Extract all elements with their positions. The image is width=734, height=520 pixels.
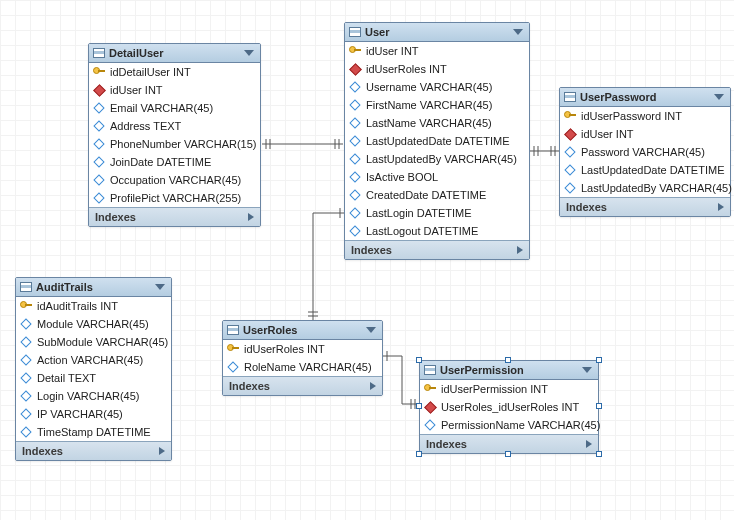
indexes-section[interactable]: Indexes: [345, 240, 529, 259]
column-label: JoinDate DATETIME: [110, 156, 211, 168]
column-row[interactable]: idDetailUser INT: [89, 63, 260, 81]
indexes-section[interactable]: Indexes: [16, 441, 171, 460]
column-row[interactable]: LastUpdatedDate DATETIME: [345, 132, 529, 150]
column-label: LastUpdatedDate DATETIME: [581, 164, 724, 176]
column-row[interactable]: IsActive BOOL: [345, 168, 529, 186]
column-row[interactable]: CreatedDate DATETIME: [345, 186, 529, 204]
entity-userpermission[interactable]: UserPermission idUserPermission INT User…: [419, 360, 599, 454]
entity-user[interactable]: User idUser INT idUserRoles INT Username…: [344, 22, 530, 260]
resize-handle[interactable]: [416, 451, 422, 457]
column-row[interactable]: TimeStamp DATETIME: [16, 423, 171, 441]
column-label: idAuditTrails INT: [37, 300, 118, 312]
resize-handle[interactable]: [505, 451, 511, 457]
entity-title: AuditTrails: [36, 281, 93, 293]
entity-detailuser[interactable]: DetailUser idDetailUser INT idUser INT E…: [88, 43, 261, 227]
indexes-label: Indexes: [229, 380, 270, 392]
column-row[interactable]: SubModule VARCHAR(45): [16, 333, 171, 351]
resize-handle[interactable]: [505, 357, 511, 363]
column-row[interactable]: idAuditTrails INT: [16, 297, 171, 315]
column-row[interactable]: Module VARCHAR(45): [16, 315, 171, 333]
column-row[interactable]: LastUpdatedDate DATETIME: [560, 161, 730, 179]
column-label: LastLogout DATETIME: [366, 225, 478, 237]
column-row[interactable]: idUser INT: [560, 125, 730, 143]
entity-userpassword[interactable]: UserPassword idUserPassword INT idUser I…: [559, 87, 731, 217]
column-icon: [93, 156, 105, 168]
entity-header[interactable]: User: [345, 23, 529, 42]
column-icon: [349, 225, 361, 237]
column-row[interactable]: idUserPermission INT: [420, 380, 598, 398]
column-icon: [349, 171, 361, 183]
column-row[interactable]: idUserRoles INT: [345, 60, 529, 78]
column-row[interactable]: LastLogin DATETIME: [345, 204, 529, 222]
column-row[interactable]: Occupation VARCHAR(45): [89, 171, 260, 189]
column-row[interactable]: idUser INT: [89, 81, 260, 99]
column-row[interactable]: RoleName VARCHAR(45): [223, 358, 382, 376]
indexes-section[interactable]: Indexes: [89, 207, 260, 226]
resize-handle[interactable]: [416, 357, 422, 363]
column-row[interactable]: Email VARCHAR(45): [89, 99, 260, 117]
column-row[interactable]: FirstName VARCHAR(45): [345, 96, 529, 114]
column-row[interactable]: Login VARCHAR(45): [16, 387, 171, 405]
column-row[interactable]: PermissionName VARCHAR(45): [420, 416, 598, 434]
column-row[interactable]: JoinDate DATETIME: [89, 153, 260, 171]
column-icon: [349, 117, 361, 129]
resize-handle[interactable]: [596, 403, 602, 409]
column-row[interactable]: Password VARCHAR(45): [560, 143, 730, 161]
resize-handle[interactable]: [416, 403, 422, 409]
column-row[interactable]: UserRoles_idUserRoles INT: [420, 398, 598, 416]
column-label: Email VARCHAR(45): [110, 102, 213, 114]
resize-handle[interactable]: [596, 451, 602, 457]
column-label: LastName VARCHAR(45): [366, 117, 492, 129]
entity-header[interactable]: AuditTrails: [16, 278, 171, 297]
column-row[interactable]: LastUpdatedBy VARCHAR(45): [560, 179, 730, 197]
column-row[interactable]: PhoneNumber VARCHAR(15): [89, 135, 260, 153]
collapse-icon[interactable]: [244, 50, 254, 56]
collapse-icon[interactable]: [155, 284, 165, 290]
entity-header[interactable]: DetailUser: [89, 44, 260, 63]
column-row[interactable]: idUserRoles INT: [223, 340, 382, 358]
column-label: Address TEXT: [110, 120, 181, 132]
column-row[interactable]: Username VARCHAR(45): [345, 78, 529, 96]
column-row[interactable]: idUser INT: [345, 42, 529, 60]
table-icon: [424, 365, 436, 375]
column-label: LastUpdatedDate DATETIME: [366, 135, 509, 147]
table-icon: [349, 27, 361, 37]
entity-header[interactable]: UserRoles: [223, 321, 382, 340]
column-label: RoleName VARCHAR(45): [244, 361, 372, 373]
column-icon: [93, 174, 105, 186]
resize-handle[interactable]: [596, 357, 602, 363]
collapse-icon[interactable]: [582, 367, 592, 373]
column-label: CreatedDate DATETIME: [366, 189, 486, 201]
column-label: idUserRoles INT: [244, 343, 325, 355]
entity-userroles[interactable]: UserRoles idUserRoles INT RoleName VARCH…: [222, 320, 383, 396]
column-row[interactable]: Address TEXT: [89, 117, 260, 135]
column-row[interactable]: LastUpdatedBy VARCHAR(45): [345, 150, 529, 168]
er-diagram-canvas[interactable]: { "entities": { "DetailUser": { "title":…: [0, 0, 734, 520]
column-icon: [349, 207, 361, 219]
collapse-icon[interactable]: [714, 94, 724, 100]
column-icon: [349, 189, 361, 201]
column-row[interactable]: LastName VARCHAR(45): [345, 114, 529, 132]
entity-header[interactable]: UserPassword: [560, 88, 730, 107]
collapse-icon[interactable]: [366, 327, 376, 333]
entity-title: User: [365, 26, 389, 38]
column-icon: [227, 361, 239, 373]
entity-header[interactable]: UserPermission: [420, 361, 598, 380]
column-row[interactable]: Action VARCHAR(45): [16, 351, 171, 369]
indexes-section[interactable]: Indexes: [560, 197, 730, 216]
table-icon: [227, 325, 239, 335]
key-icon: [424, 383, 436, 395]
column-row[interactable]: Detail TEXT: [16, 369, 171, 387]
indexes-section[interactable]: Indexes: [223, 376, 382, 395]
entity-audittrails[interactable]: AuditTrails idAuditTrails INT Module VAR…: [15, 277, 172, 461]
column-row[interactable]: ProfilePict VARCHAR(255): [89, 189, 260, 207]
column-icon: [20, 426, 32, 438]
column-icon: [564, 182, 576, 194]
expand-icon: [718, 203, 724, 211]
table-icon: [93, 48, 105, 58]
column-row[interactable]: LastLogout DATETIME: [345, 222, 529, 240]
column-label: idUserPassword INT: [581, 110, 682, 122]
column-row[interactable]: idUserPassword INT: [560, 107, 730, 125]
collapse-icon[interactable]: [513, 29, 523, 35]
column-row[interactable]: IP VARCHAR(45): [16, 405, 171, 423]
